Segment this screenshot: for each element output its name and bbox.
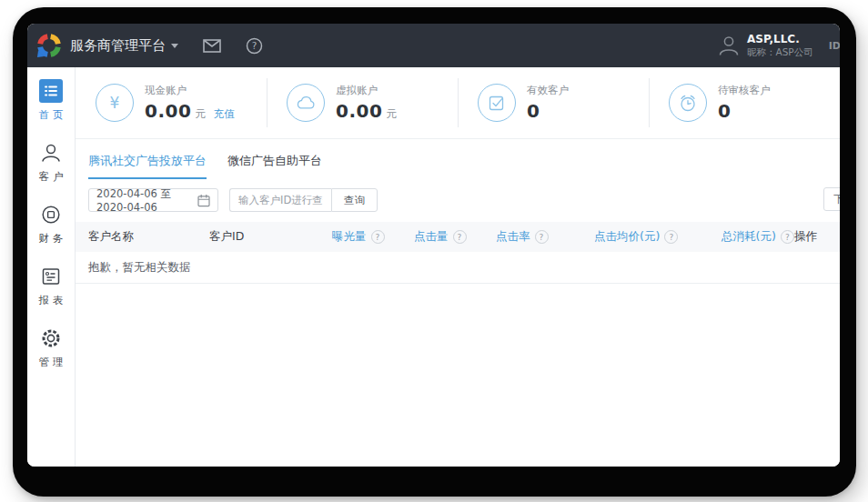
- sidebar-item-reports[interactable]: 报表: [39, 265, 64, 307]
- device-frame: 服务商管理平台 ?: [13, 7, 856, 497]
- finance-coin-icon: [39, 203, 63, 226]
- help-icon[interactable]: ?: [535, 230, 549, 244]
- stat-card-cash: ¥ 现金账户 0.00 元 充值: [76, 67, 267, 138]
- stat-card-pending-customers: 待审核客户 0: [649, 67, 840, 138]
- svg-text:?: ?: [252, 40, 257, 51]
- date-range-picker[interactable]: 2020-04-06 至 2020-04-06: [88, 188, 218, 212]
- help-icon[interactable]: ?: [453, 230, 467, 244]
- user-nickname: 昵称：ASP公司: [747, 46, 813, 58]
- user-account-menu[interactable]: ASP,LLC. 昵称：ASP公司 ID:: [717, 24, 840, 67]
- column-ctr[interactable]: 点击率 ?: [496, 229, 594, 245]
- customer-id-search-input[interactable]: [229, 188, 331, 212]
- stat-value: 0.00: [145, 100, 191, 122]
- stat-label: 现金账户: [145, 84, 235, 97]
- check-square-circle-icon: [478, 84, 516, 122]
- sidebar-item-customers[interactable]: 客户: [39, 141, 64, 184]
- stat-unit: 元: [386, 107, 397, 121]
- column-customer-id: 客户ID: [209, 229, 332, 245]
- cloud-circle-icon: [287, 84, 325, 122]
- sidebar-item-label: 财务: [39, 232, 67, 246]
- help-icon[interactable]: ?: [246, 37, 263, 55]
- top-header-bar: 服务商管理平台 ?: [27, 24, 840, 67]
- help-icon[interactable]: ?: [664, 230, 678, 244]
- app-logo-ring-icon: [36, 33, 62, 58]
- user-avatar-icon: [717, 34, 741, 58]
- column-customer-name: 客户名称: [88, 229, 209, 245]
- sidebar-item-label: 报表: [39, 294, 67, 307]
- caret-down-icon: [171, 44, 178, 52]
- mail-icon[interactable]: [203, 39, 221, 53]
- stat-card-active-customers: 有效客户 0: [458, 67, 649, 138]
- tab-tencent-social-ads[interactable]: 腾讯社交广告投放平台: [88, 153, 207, 179]
- stat-card-virtual: 虚拟账户 0.00 元: [267, 67, 458, 138]
- stat-label: 虚拟账户: [336, 84, 397, 97]
- tab-wechat-ads[interactable]: 微信广告自助平台: [227, 153, 322, 179]
- app-window: 服务商管理平台 ?: [27, 24, 840, 467]
- stat-value: 0.00: [336, 100, 382, 122]
- user-id-label: ID:: [829, 40, 840, 52]
- help-icon[interactable]: ?: [371, 230, 385, 244]
- sidebar-item-label: 首页: [39, 108, 67, 122]
- sidebar-nav: 首页 客户: [27, 67, 76, 467]
- sidebar-item-label: 客户: [39, 170, 67, 184]
- column-actions: 操作: [794, 229, 840, 245]
- settings-gear-icon: [39, 326, 63, 350]
- table-empty-state: 抱歉，暂无相关数据: [76, 252, 840, 284]
- app-title-dropdown[interactable]: 服务商管理平台: [70, 37, 178, 55]
- alarm-clock-circle-icon: [669, 84, 707, 122]
- column-avg-cpc[interactable]: 点击均价(元) ?: [594, 229, 722, 245]
- calendar-icon: [197, 194, 210, 207]
- download-button[interactable]: 下载: [823, 187, 840, 211]
- sidebar-item-home[interactable]: 首页: [39, 79, 64, 122]
- customer-person-icon: [39, 141, 63, 165]
- user-name: ASP,LLC.: [747, 33, 813, 46]
- recharge-link[interactable]: 充值: [214, 107, 235, 121]
- sidebar-item-label: 管理: [39, 356, 67, 369]
- stat-unit: 元: [195, 107, 206, 121]
- help-icon[interactable]: ?: [781, 230, 794, 244]
- sidebar-item-finance[interactable]: 财务: [39, 203, 64, 246]
- account-stats-row: ¥ 现金账户 0.00 元 充值: [76, 67, 840, 139]
- sidebar-item-admin[interactable]: 管理: [39, 326, 64, 369]
- date-range-value: 2020-04-06 至 2020-04-06: [96, 187, 197, 214]
- column-impressions[interactable]: 曝光量 ?: [332, 229, 414, 245]
- app-title-label: 服务商管理平台: [70, 37, 166, 55]
- table-header-row: 客户名称 客户ID 曝光量 ? 点击量 ?: [76, 222, 840, 252]
- yuan-circle-icon: ¥: [96, 84, 134, 122]
- home-list-icon: [39, 79, 63, 103]
- customer-report-table: 客户名称 客户ID 曝光量 ? 点击量 ?: [76, 222, 840, 284]
- stat-label: 有效客户: [527, 84, 569, 97]
- column-clicks[interactable]: 点击量 ?: [414, 229, 496, 245]
- report-sheet-icon: [39, 265, 63, 288]
- stat-value: 0: [718, 100, 731, 122]
- filter-toolbar: 2020-04-06 至 2020-04-06 查询: [88, 187, 840, 213]
- stat-label: 待审核客户: [718, 84, 771, 97]
- platform-tabs: 腾讯社交广告投放平台 微信广告自助平台: [76, 139, 840, 179]
- stat-value: 0: [527, 100, 540, 122]
- search-button[interactable]: 查询: [331, 188, 378, 212]
- column-total-spend[interactable]: 总消耗(元) ?: [722, 229, 794, 245]
